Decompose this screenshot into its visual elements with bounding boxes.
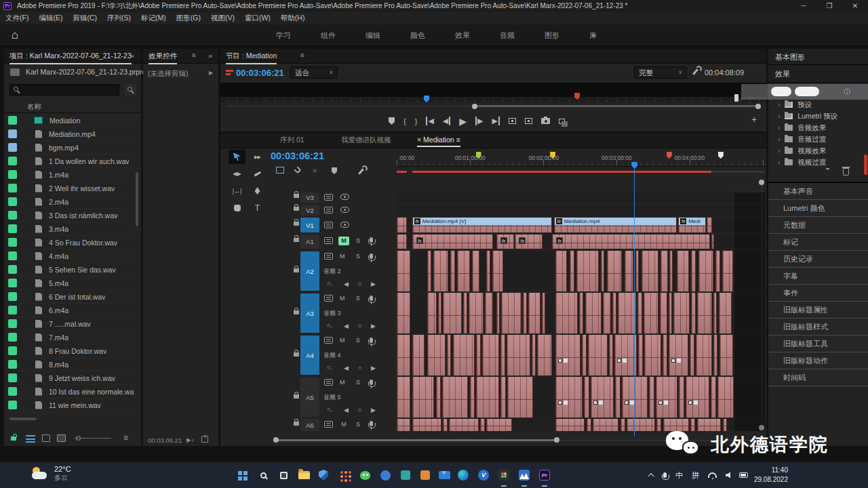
audio-clip[interactable] (443, 293, 461, 333)
tool-ripple-edit[interactable]: ◀▶ (229, 167, 245, 181)
audio-clip[interactable] (698, 251, 713, 291)
audio-clip[interactable] (696, 335, 712, 375)
workspace-tab-2[interactable]: 编辑 (351, 30, 395, 41)
go-to-in-icon[interactable]: ◀ (426, 117, 433, 125)
audio-clip[interactable] (660, 251, 668, 291)
audio-clip[interactable] (673, 293, 690, 333)
audio-clip[interactable] (637, 293, 642, 333)
audio-clip[interactable] (618, 293, 636, 333)
linked-selection-icon[interactable]: ○ (313, 167, 323, 176)
program-ruler[interactable] (220, 96, 766, 102)
taskbar-icon-app-teal[interactable] (397, 466, 414, 484)
effects-tree-item-3[interactable]: ›音频过渡 (768, 134, 868, 145)
audio-clip[interactable] (501, 293, 521, 333)
tray-ime-zh[interactable]: 中 (675, 470, 683, 481)
sequence-marker-3[interactable] (718, 152, 724, 159)
audio-clip[interactable] (443, 419, 448, 431)
tray-chevron-up-icon[interactable] (650, 473, 654, 478)
audio-clip[interactable] (638, 335, 643, 375)
project-item[interactable]: 9 Jetzt weiss ich.wav (4, 371, 141, 385)
project-item[interactable]: bgm.mp4 (4, 141, 141, 155)
workspace-tab-4[interactable]: 效果 (440, 30, 485, 41)
audio-clip[interactable] (470, 377, 475, 418)
panel-tab-3[interactable]: 标记 (768, 234, 868, 251)
mute-button[interactable]: M (340, 295, 345, 302)
project-item[interactable]: 2 Weil ihr wisset.wav (4, 182, 141, 195)
project-item[interactable]: 10 Ist das eine normale.wa (4, 385, 141, 399)
audio-clip[interactable] (555, 377, 583, 418)
audio-clip[interactable] (614, 335, 637, 375)
project-item[interactable]: 4 So Frau Doktor.wav (4, 236, 141, 249)
audio-clip[interactable]: fx (515, 235, 542, 249)
audio-clip[interactable] (469, 293, 484, 333)
taskbar-icon-security-shield[interactable] (315, 466, 332, 484)
next-keyframe-button[interactable]: ▶ (371, 323, 376, 329)
track-target-A1[interactable]: A1 (300, 235, 319, 249)
project-item[interactable]: 11 wie mein.wav (4, 399, 141, 412)
audio-clip[interactable] (719, 335, 734, 375)
workspace-tab-5[interactable]: 音频 (485, 30, 530, 41)
sync-lock-icon[interactable] (324, 295, 333, 302)
audio-clip[interactable] (450, 251, 455, 291)
audio-clip[interactable] (722, 251, 733, 291)
keyframe-toggle[interactable]: ○, (327, 280, 332, 287)
tool-track-select-forward[interactable]: ▶▶ (249, 150, 266, 164)
menu-item-4[interactable]: 标记(M) (141, 14, 166, 23)
search-bin-button[interactable] (125, 84, 136, 96)
audio-clip[interactable] (570, 251, 574, 291)
project-item[interactable]: 7.m4a (4, 331, 141, 344)
tool-razor[interactable] (249, 167, 266, 181)
taskbar-icon-mountains-app[interactable] (515, 466, 533, 484)
audio-clip[interactable]: fx (496, 235, 514, 249)
monitor-marker-red[interactable] (574, 93, 580, 100)
menu-item-2[interactable]: 剪辑(C) (73, 14, 97, 23)
add-marker-icon[interactable] (389, 117, 395, 125)
voiceover-mic-icon[interactable] (370, 253, 373, 259)
mute-button[interactable]: M (338, 420, 349, 429)
track-lock-icon[interactable] (294, 238, 299, 242)
column-header-name[interactable]: 名称 (27, 102, 41, 112)
settings-wrench-icon[interactable] (692, 68, 698, 75)
project-item[interactable]: 7 .....mal.wav (4, 317, 141, 331)
audio-clip[interactable] (447, 335, 452, 375)
workspace-tab-0[interactable]: 学习 (261, 30, 306, 41)
taskbar-icon-store[interactable] (336, 466, 353, 484)
sync-lock-icon[interactable] (324, 379, 333, 386)
next-keyframe-button[interactable]: ▶ (371, 281, 376, 287)
audio-clip[interactable] (649, 377, 654, 418)
audio-clip[interactable] (679, 377, 684, 418)
audio-clip[interactable] (542, 293, 545, 333)
panel-tab-9[interactable]: 旧版标题工具 (768, 336, 868, 352)
effects-tree-item-5[interactable]: ›视频过渡 (768, 157, 868, 168)
audio-clip[interactable] (713, 335, 718, 375)
weather-widget[interactable]: 22°C 多云 (31, 465, 71, 482)
project-item[interactable]: 4.m4a (4, 249, 141, 263)
audio-clip[interactable] (642, 251, 658, 291)
chevron-right-icon[interactable]: › (778, 124, 780, 131)
audio-clip[interactable] (397, 377, 410, 418)
panel-tab-8[interactable]: 旧版标题样式 (768, 319, 868, 336)
mark-in-icon[interactable]: { (403, 117, 406, 125)
workspace-tab-6[interactable]: 图形 (530, 30, 574, 41)
video-clip[interactable]: fxMediation.mp4 [V] (412, 218, 552, 232)
tool-selection[interactable] (229, 150, 245, 164)
workspace-tab-1[interactable]: 组件 (306, 30, 351, 41)
voiceover-mic-icon[interactable] (370, 380, 373, 385)
audio-clip[interactable] (427, 251, 432, 291)
audio-clip[interactable] (669, 251, 673, 291)
audio-clip[interactable] (500, 377, 506, 418)
panel-tab-5[interactable]: 字幕 (768, 268, 868, 285)
tray-wifi-icon[interactable] (708, 472, 717, 478)
audio-clip[interactable] (412, 419, 441, 431)
project-item[interactable]: 6.m4a (4, 304, 141, 317)
taskbar-icon-mail[interactable] (435, 466, 453, 484)
audio-clip[interactable] (691, 293, 696, 333)
timeline-settings-icon[interactable] (356, 167, 367, 176)
home-icon[interactable]: ⌂ (7, 28, 23, 43)
track-target-A4[interactable]: A4 (300, 336, 319, 375)
prev-keyframe-button[interactable]: ◀ (344, 407, 349, 413)
audio-clip[interactable] (669, 335, 688, 375)
audio-clip[interactable] (555, 335, 580, 375)
program-menu-icon[interactable]: ≡ (300, 52, 304, 59)
solo-button[interactable]: S (356, 295, 360, 302)
